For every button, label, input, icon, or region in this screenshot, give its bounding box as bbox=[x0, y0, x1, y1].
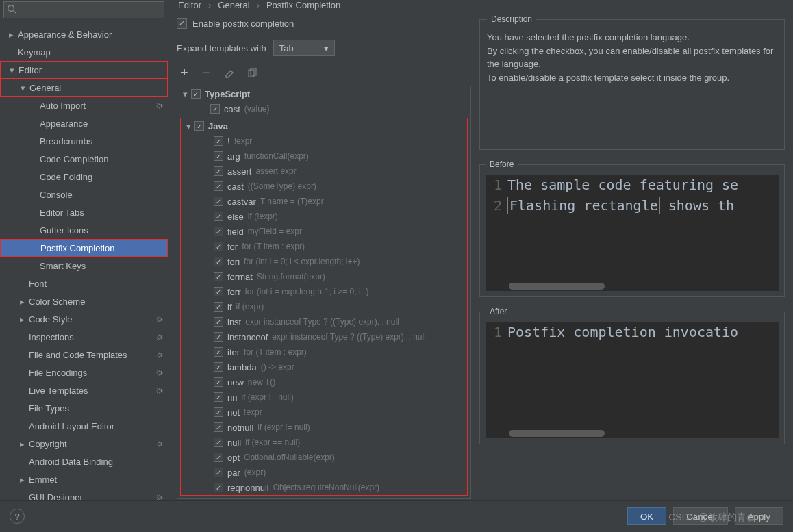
add-icon[interactable]: + bbox=[181, 68, 192, 79]
group-checkbox[interactable] bbox=[194, 121, 204, 131]
expand-templates-select[interactable]: Tab ▾ bbox=[273, 40, 335, 56]
sidebar-item-code-folding[interactable]: Code Folding bbox=[0, 168, 168, 186]
template-item[interactable]: par(expr) bbox=[181, 465, 467, 480]
template-item[interactable]: lambda() -> expr bbox=[181, 359, 467, 375]
sidebar-item-breadcrumbs[interactable]: Breadcrumbs bbox=[0, 132, 168, 150]
template-item[interactable]: forifor (int i = 0; i < expr.length; i++… bbox=[181, 254, 467, 269]
enable-postfix-checkbox[interactable] bbox=[177, 18, 187, 29]
remove-icon[interactable]: − bbox=[203, 68, 214, 79]
template-checkbox[interactable] bbox=[214, 438, 223, 447]
template-item[interactable]: assertassert expr bbox=[181, 164, 467, 179]
template-checkbox[interactable] bbox=[214, 347, 223, 357]
sidebar-item-editor-tabs[interactable]: Editor Tabs bbox=[0, 203, 168, 221]
template-checkbox[interactable] bbox=[214, 332, 223, 342]
template-checkbox[interactable] bbox=[214, 422, 223, 432]
sidebar-item-file-encodings[interactable]: File Encodings⛭ bbox=[0, 364, 168, 381]
copy-icon[interactable] bbox=[247, 68, 257, 79]
sidebar-item-live-templates[interactable]: Live Templates⛭ bbox=[0, 381, 168, 399]
sidebar-item-file-and-code-templates[interactable]: File and Code Templates⛭ bbox=[0, 346, 168, 364]
template-item[interactable]: cast(value) bbox=[177, 101, 470, 116]
template-item[interactable]: argfunctionCall(expr) bbox=[181, 149, 467, 164]
sidebar-item-code-completion[interactable]: Code Completion bbox=[0, 150, 168, 168]
enable-postfix-row[interactable]: Enable postfix completion bbox=[177, 14, 471, 32]
template-item[interactable]: forfor (T item : expr) bbox=[181, 239, 467, 254]
template-checkbox[interactable] bbox=[214, 287, 223, 296]
template-checkbox[interactable] bbox=[214, 181, 223, 191]
template-checkbox[interactable] bbox=[214, 468, 223, 477]
sidebar-item-editor[interactable]: ▾Editor bbox=[0, 61, 168, 79]
template-item[interactable]: castvarT name = (T)expr bbox=[181, 194, 467, 209]
sidebar-item-file-types[interactable]: File Types bbox=[0, 399, 168, 417]
sidebar-item-smart-keys[interactable]: Smart Keys bbox=[0, 257, 168, 275]
template-item[interactable]: not!expr bbox=[181, 405, 467, 420]
template-item[interactable]: instexpr instanceof Type ? ((Type) expr)… bbox=[181, 314, 467, 329]
sidebar-item-gui-designer[interactable]: GUI Designer⛭ bbox=[0, 488, 168, 500]
template-item[interactable]: !!expr bbox=[181, 134, 467, 149]
search-input[interactable] bbox=[19, 5, 161, 15]
template-item[interactable]: optOptional.ofNullable(expr) bbox=[181, 450, 467, 465]
template-item[interactable]: cast((SomeType) expr) bbox=[181, 179, 467, 194]
template-checkbox[interactable] bbox=[214, 302, 223, 312]
template-item[interactable]: elseif (!expr) bbox=[181, 209, 467, 224]
sidebar-item-appearance[interactable]: Appearance bbox=[0, 114, 168, 132]
sidebar-item-color-scheme[interactable]: ▸Color Scheme bbox=[0, 292, 168, 310]
sidebar-item-keymap[interactable]: Keymap bbox=[0, 43, 168, 61]
horizontal-scrollbar[interactable] bbox=[509, 283, 605, 290]
sidebar-item-android-layout-editor[interactable]: Android Layout Editor bbox=[0, 417, 168, 435]
group-checkbox[interactable] bbox=[191, 89, 201, 99]
template-item[interactable]: nullif (expr == null) bbox=[181, 435, 467, 450]
horizontal-scrollbar[interactable] bbox=[509, 430, 605, 437]
template-checkbox[interactable] bbox=[214, 197, 223, 206]
sidebar-item-gutter-icons[interactable]: Gutter Icons bbox=[0, 221, 168, 239]
template-checkbox[interactable] bbox=[214, 362, 223, 372]
template-hint: (value) bbox=[244, 104, 270, 114]
template-checkbox[interactable] bbox=[210, 104, 220, 114]
template-checkbox[interactable] bbox=[214, 212, 223, 221]
template-checkbox[interactable] bbox=[214, 227, 223, 236]
template-item[interactable]: instanceofexpr instanceof Type ? ((Type)… bbox=[181, 329, 467, 344]
template-checkbox[interactable] bbox=[214, 377, 223, 387]
template-checkbox[interactable] bbox=[214, 407, 223, 417]
cancel-button[interactable]: Cancel bbox=[673, 507, 728, 525]
template-item[interactable]: forrfor (int i = expr.length-1; i >= 0; … bbox=[181, 284, 467, 299]
template-checkbox[interactable] bbox=[214, 136, 223, 146]
template-item[interactable]: nnif (expr != null) bbox=[181, 390, 467, 405]
template-item[interactable]: fieldmyField = expr bbox=[181, 224, 467, 239]
template-checkbox[interactable] bbox=[214, 483, 223, 492]
template-checkbox[interactable] bbox=[214, 242, 223, 251]
template-checkbox[interactable] bbox=[214, 272, 223, 281]
template-item[interactable]: formatString.format(expr) bbox=[181, 269, 467, 284]
template-checkbox[interactable] bbox=[214, 151, 223, 161]
ok-button[interactable]: OK bbox=[627, 507, 666, 525]
sidebar-search[interactable] bbox=[3, 1, 164, 18]
sidebar-item-font[interactable]: Font bbox=[0, 275, 168, 292]
sidebar-item-appearance-behavior[interactable]: ▸Appearance & Behavior bbox=[0, 25, 168, 43]
template-item[interactable]: reqnonnullObjects.requireNonNull(expr) bbox=[181, 480, 467, 495]
sidebar-item-postfix-completion[interactable]: Postfix Completion bbox=[0, 239, 168, 257]
template-group-java[interactable]: ▾Java bbox=[181, 118, 467, 134]
sidebar-item-copyright[interactable]: ▸Copyright⛭ bbox=[0, 435, 168, 453]
template-checkbox[interactable] bbox=[214, 317, 223, 327]
template-item[interactable]: notnullif (expr != null) bbox=[181, 420, 467, 435]
help-icon[interactable]: ? bbox=[10, 509, 25, 524]
template-group-typescript[interactable]: ▾TypeScript bbox=[177, 86, 470, 101]
sidebar-item-inspections[interactable]: Inspections⛭ bbox=[0, 328, 168, 346]
template-item[interactable]: newnew T() bbox=[181, 375, 467, 390]
template-checkbox[interactable] bbox=[214, 257, 223, 266]
edit-icon[interactable] bbox=[225, 68, 236, 79]
template-item[interactable]: iterfor (T item : expr) bbox=[181, 344, 467, 359]
sidebar-item-auto-import[interactable]: Auto Import⛭ bbox=[0, 97, 168, 114]
crumb-1[interactable]: General bbox=[218, 0, 249, 10]
template-checkbox[interactable] bbox=[214, 166, 223, 176]
sidebar-item-console[interactable]: Console bbox=[0, 186, 168, 203]
apply-button[interactable]: Apply bbox=[735, 507, 783, 525]
template-checkbox[interactable] bbox=[214, 392, 223, 402]
template-item[interactable]: ifif (expr) bbox=[181, 299, 467, 314]
template-checkbox[interactable] bbox=[214, 453, 223, 462]
templates-list[interactable]: ▾TypeScriptcast(value)▾Java!!exprargfunc… bbox=[177, 86, 471, 499]
sidebar-item-emmet[interactable]: ▸Emmet bbox=[0, 470, 168, 488]
sidebar-item-android-data-binding[interactable]: Android Data Binding bbox=[0, 453, 168, 470]
crumb-0[interactable]: Editor bbox=[178, 0, 201, 10]
sidebar-item-code-style[interactable]: ▸Code Style⛭ bbox=[0, 310, 168, 328]
sidebar-item-general[interactable]: ▾General bbox=[0, 79, 168, 97]
